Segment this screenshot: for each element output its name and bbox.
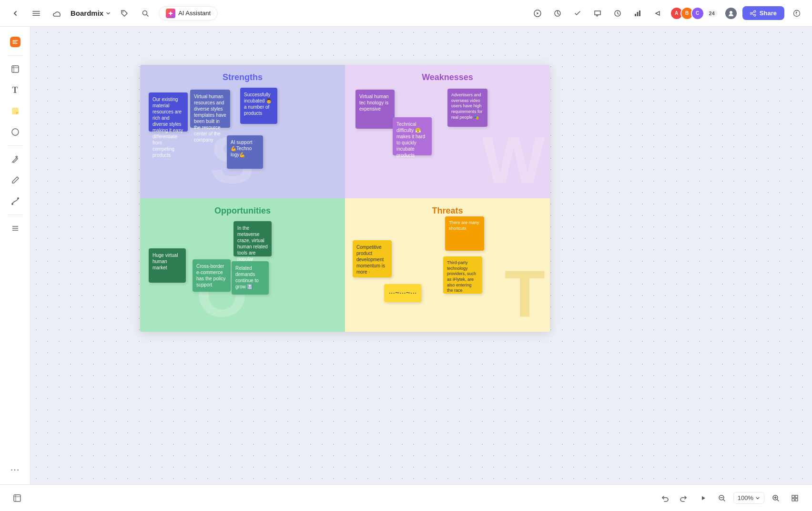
topbar: Boardmix AI Assistant xyxy=(0,0,812,27)
sticky-threats-1[interactable]: Competitive product development momentum… xyxy=(353,240,392,277)
sidebar-item-pen[interactable] xyxy=(6,150,25,169)
sidebar: T ··· xyxy=(0,27,30,484)
sticky-threats-4[interactable]: Third-party technology providers, such a… xyxy=(443,256,482,294)
svg-point-3 xyxy=(122,11,123,12)
svg-rect-19 xyxy=(12,108,19,114)
sticky-weaknesses-3[interactable]: Advertisers and overseas video users hav… xyxy=(447,89,487,127)
avatar-3: C xyxy=(691,7,704,20)
sidebar-item-text[interactable]: T xyxy=(6,81,25,100)
quadrant-opportunities: Opportunities O Huge virtual human marke… xyxy=(140,198,345,332)
current-user-avatar[interactable] xyxy=(724,7,738,20)
zoom-in-button[interactable] xyxy=(768,491,783,506)
topbar-left: Boardmix AI Assistant xyxy=(8,6,218,21)
svg-point-21 xyxy=(11,203,13,205)
undo-button[interactable] xyxy=(657,491,672,506)
more-button[interactable] xyxy=(650,6,665,21)
sidebar-sep-1 xyxy=(8,55,23,56)
sticky-weaknesses-2[interactable]: Technical difficulty 😤 makes it hard to … xyxy=(393,117,432,155)
sticky-opps-3[interactable]: In the metaverse craze, virtual human re… xyxy=(233,221,272,256)
svg-rect-30 xyxy=(795,495,798,498)
quadrant-strengths: Strengths S Our existing material resour… xyxy=(140,65,345,198)
sticky-strengths-3[interactable]: Successfully incubated 👨 a number of pro… xyxy=(240,88,277,124)
svg-point-22 xyxy=(17,197,19,199)
sidebar-item-frame[interactable] xyxy=(6,60,25,79)
svg-point-14 xyxy=(750,12,752,14)
help-button[interactable] xyxy=(789,6,804,21)
sticky-strengths-1[interactable]: Our existing material resources are rich… xyxy=(149,92,188,132)
chart-button[interactable] xyxy=(630,6,645,21)
sidebar-item-pencil[interactable] xyxy=(6,171,25,190)
cloud-button[interactable] xyxy=(50,6,65,21)
svg-point-15 xyxy=(794,10,800,16)
sticky-weaknesses-1[interactable]: Virtual human tec hnology is expensive xyxy=(355,90,395,129)
svg-rect-18 xyxy=(12,66,19,72)
svg-rect-10 xyxy=(639,10,640,16)
sidebar-item-sticky[interactable] xyxy=(6,102,25,121)
bottombar: 100% xyxy=(0,484,812,511)
sticky-opps-2[interactable]: Cross-border e-commerce has the policy s… xyxy=(193,259,231,292)
sticky-strengths-4[interactable]: AI support 💪Techno logy💪 xyxy=(227,135,263,169)
sidebar-item-list[interactable] xyxy=(6,219,25,238)
sidebar-sep-2 xyxy=(8,145,23,146)
zoom-level[interactable]: 100% xyxy=(733,492,764,504)
play-mode-button[interactable] xyxy=(695,491,710,506)
tag-button[interactable] xyxy=(117,6,132,21)
sidebar-item-connector[interactable] xyxy=(6,192,25,211)
sticky-opps-1[interactable]: Huge virtual human market xyxy=(149,248,186,283)
fit-view-button[interactable] xyxy=(787,491,802,506)
sidebar-item-logo[interactable] xyxy=(6,32,25,51)
ai-icon xyxy=(166,9,175,18)
svg-rect-32 xyxy=(795,499,798,501)
sticky-threats-3[interactable]: There are many shortcuts xyxy=(445,216,484,251)
bottombar-left xyxy=(10,491,25,506)
threats-letter: T xyxy=(504,260,545,327)
svg-rect-8 xyxy=(635,14,636,16)
play-button[interactable] xyxy=(530,6,545,21)
back-button[interactable] xyxy=(8,6,23,21)
topbar-right: A B C 24 Share xyxy=(530,6,804,21)
brand-name[interactable]: Boardmix xyxy=(71,9,111,17)
share-button[interactable]: Share xyxy=(742,6,784,20)
sidebar-item-more[interactable]: ··· xyxy=(6,460,25,479)
clock-button[interactable] xyxy=(610,6,625,21)
sticky-threats-2[interactable]: ···~···~··· xyxy=(384,284,421,302)
avatar-group: A B C 24 xyxy=(670,7,718,20)
svg-rect-1 xyxy=(32,13,40,14)
svg-rect-26 xyxy=(14,495,20,501)
svg-point-11 xyxy=(730,11,732,14)
quadrant-threats: Threats T Competitive product developmen… xyxy=(345,198,550,332)
sidebar-item-shape[interactable] xyxy=(6,123,25,142)
tools-button[interactable] xyxy=(570,6,585,21)
canvas[interactable]: Strengths S Our existing material resour… xyxy=(30,27,812,484)
sticky-opps-4[interactable]: Related demands continue to grow 🔝 xyxy=(232,261,269,295)
menu-button[interactable] xyxy=(29,6,44,21)
svg-rect-2 xyxy=(32,15,40,16)
svg-rect-29 xyxy=(792,495,794,498)
svg-rect-31 xyxy=(792,499,794,501)
bottom-frame-button[interactable] xyxy=(10,491,25,506)
redo-button[interactable] xyxy=(676,491,691,506)
swot-board: Strengths S Our existing material resour… xyxy=(140,65,550,332)
opportunities-title: Opportunities xyxy=(214,206,271,216)
quadrant-weaknesses: Weaknesses W Virtual human tec hnology i… xyxy=(345,65,550,198)
ai-assistant-button[interactable]: AI Assistant xyxy=(159,6,218,20)
timer-button[interactable] xyxy=(550,6,565,21)
threats-title: Threats xyxy=(432,206,463,216)
sidebar-sep-3 xyxy=(8,215,23,215)
chat-button[interactable] xyxy=(590,6,605,21)
bottombar-right: 100% xyxy=(657,491,802,506)
sticky-strengths-2[interactable]: Virtual human resources and diverse styl… xyxy=(190,90,230,128)
zoom-out-button[interactable] xyxy=(714,491,730,506)
svg-point-16 xyxy=(796,14,797,15)
svg-point-4 xyxy=(143,10,147,15)
svg-rect-9 xyxy=(637,12,638,16)
search-button[interactable] xyxy=(138,6,153,21)
avatar-count: 24 xyxy=(706,10,718,17)
weaknesses-title: Weaknesses xyxy=(422,72,473,82)
svg-point-20 xyxy=(12,129,19,135)
weaknesses-letter: W xyxy=(482,127,545,194)
svg-rect-0 xyxy=(32,11,40,12)
strengths-title: Strengths xyxy=(223,72,263,82)
